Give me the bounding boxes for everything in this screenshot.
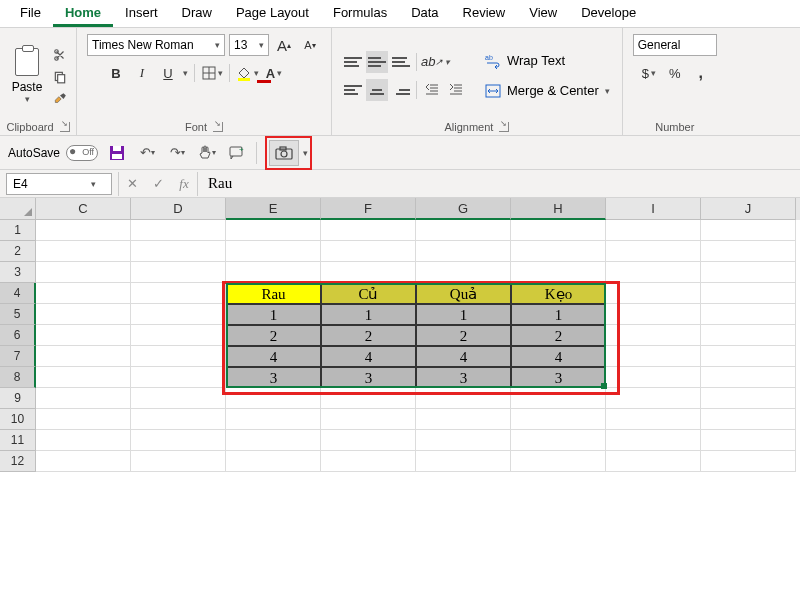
orientation-button[interactable]: ab↗▾ [421,51,450,73]
wrap-text-button[interactable]: ab Wrap Text [479,48,616,74]
paste-button[interactable]: Paste ▾ [6,39,48,113]
cut-button[interactable] [50,45,70,65]
cell[interactable]: 4 [226,346,321,367]
cell[interactable]: Kẹo [511,283,606,304]
cell[interactable]: 2 [226,325,321,346]
cell[interactable] [606,346,701,367]
cell[interactable] [701,409,796,430]
cell[interactable]: 4 [321,346,416,367]
cell[interactable] [416,430,511,451]
align-right-button[interactable] [390,79,412,101]
cell[interactable] [511,409,606,430]
cell[interactable] [131,388,226,409]
cell[interactable] [606,388,701,409]
row-header[interactable]: 8 [0,367,36,388]
cell[interactable] [511,262,606,283]
col-header[interactable]: I [606,198,701,220]
cell[interactable] [226,262,321,283]
col-header[interactable]: F [321,198,416,220]
cell[interactable]: 4 [416,346,511,367]
cell[interactable]: 1 [321,304,416,325]
new-comment-button[interactable]: + [226,142,248,164]
col-header[interactable]: J [701,198,796,220]
cell[interactable] [606,304,701,325]
row-header[interactable]: 2 [0,241,36,262]
row-header[interactable]: 5 [0,304,36,325]
cell[interactable] [511,241,606,262]
row-header[interactable]: 11 [0,430,36,451]
col-header[interactable]: G [416,198,511,220]
cell[interactable]: 2 [511,325,606,346]
camera-button[interactable] [269,140,299,166]
font-name-combo[interactable]: ▾ [87,34,225,56]
cell[interactable]: 3 [321,367,416,388]
cell[interactable] [701,388,796,409]
align-left-button[interactable] [342,79,364,101]
cell[interactable] [606,262,701,283]
cell[interactable] [36,241,131,262]
decrease-indent-button[interactable] [421,79,443,101]
cell[interactable] [36,367,131,388]
cell[interactable] [321,262,416,283]
borders-button[interactable]: ▾ [201,62,223,84]
cell[interactable] [36,388,131,409]
cell[interactable] [511,388,606,409]
save-button[interactable] [106,142,128,164]
cell[interactable] [131,325,226,346]
undo-button[interactable]: ↶▾ [136,142,158,164]
col-header[interactable]: H [511,198,606,220]
cell[interactable] [321,430,416,451]
cell[interactable] [416,262,511,283]
cell[interactable] [226,388,321,409]
italic-button[interactable]: I [131,62,153,84]
cell[interactable] [606,430,701,451]
cell[interactable]: Quả [416,283,511,304]
cell[interactable] [606,409,701,430]
cell[interactable] [131,430,226,451]
cell[interactable] [131,262,226,283]
cell[interactable] [511,451,606,472]
cell[interactable]: 1 [511,304,606,325]
cell[interactable]: Rau [226,283,321,304]
cell[interactable] [36,325,131,346]
cell[interactable]: 4 [511,346,606,367]
underline-button[interactable]: U [157,62,179,84]
cell[interactable] [131,367,226,388]
align-center-button[interactable] [366,79,388,101]
cell[interactable] [131,451,226,472]
touch-mode-button[interactable]: ▾ [196,142,218,164]
cell[interactable] [226,451,321,472]
copy-button[interactable] [50,67,70,87]
shrink-font-button[interactable]: A▾ [299,34,321,56]
cell[interactable] [131,241,226,262]
cell[interactable] [701,304,796,325]
cell[interactable] [321,241,416,262]
fill-color-button[interactable]: ▾ [236,62,259,84]
chevron-down-icon[interactable]: ▾ [303,148,308,158]
number-format-input[interactable] [634,38,716,52]
col-header[interactable]: E [226,198,321,220]
cell[interactable] [416,388,511,409]
select-all-corner[interactable] [0,198,36,220]
align-bottom-button[interactable] [390,51,412,73]
tab-draw[interactable]: Draw [170,0,224,27]
cell[interactable] [36,451,131,472]
font-size-input[interactable] [230,38,255,52]
tab-review[interactable]: Review [451,0,518,27]
cell[interactable] [511,430,606,451]
cell[interactable] [226,430,321,451]
cell[interactable]: 1 [226,304,321,325]
cell[interactable]: Củ [321,283,416,304]
row-header[interactable]: 6 [0,325,36,346]
increase-indent-button[interactable] [445,79,467,101]
tab-formulas[interactable]: Formulas [321,0,399,27]
font-name-input[interactable] [88,38,211,52]
row-header[interactable]: 10 [0,409,36,430]
tab-view[interactable]: View [517,0,569,27]
number-format-combo[interactable] [633,34,717,56]
cell[interactable] [36,220,131,241]
tab-insert[interactable]: Insert [113,0,170,27]
cell[interactable] [606,220,701,241]
font-dialog-launcher[interactable] [213,122,223,132]
comma-format-button[interactable]: , [690,62,712,84]
